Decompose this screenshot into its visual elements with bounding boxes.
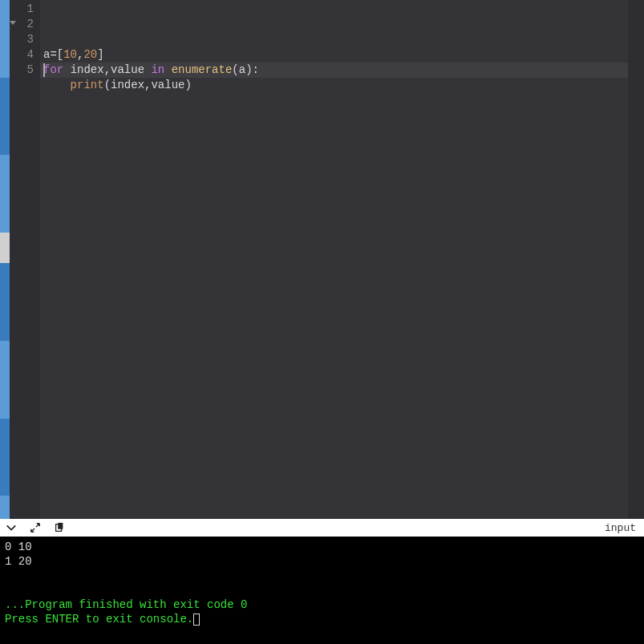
code-line[interactable]: print(index,value): [43, 78, 625, 93]
left-activity-bar[interactable]: [0, 0, 10, 519]
console-prompt: Press ENTER to exit console.: [5, 612, 193, 626]
console-output[interactable]: 0 10 1 20 ...Program finished with exit …: [0, 537, 644, 644]
app-root: 12345 a=[10,20]for index,value in enumer…: [0, 0, 644, 644]
toolbar-input-label[interactable]: input: [605, 522, 639, 534]
code-line[interactable]: [43, 93, 625, 108]
line-number: 4: [11, 47, 34, 63]
chevron-down-icon[interactable]: [5, 521, 18, 534]
line-number-gutter: 12345: [10, 0, 40, 519]
right-gutter: [628, 0, 644, 519]
copy-icon[interactable]: [53, 521, 66, 534]
line-number: 1: [11, 2, 34, 17]
code-line[interactable]: a=[10,20]: [43, 47, 625, 63]
fold-marker-icon[interactable]: [10, 21, 16, 25]
console-exit-message: ...Program finished with exit code 0: [5, 597, 247, 612]
svg-rect-1: [58, 523, 63, 529]
code-editor[interactable]: a=[10,20]for index,value in enumerate(a)…: [40, 0, 628, 519]
console-toolbar: input: [0, 519, 644, 537]
expand-icon[interactable]: [29, 521, 42, 534]
console-stdout: 0 10 1 20: [5, 541, 32, 568]
code-line[interactable]: [43, 108, 625, 124]
console-cursor: [193, 614, 200, 626]
editor-cursor: [43, 63, 45, 77]
line-number: 3: [11, 32, 34, 47]
editor-area: 12345 a=[10,20]for index,value in enumer…: [0, 0, 644, 519]
line-number: 5: [11, 63, 34, 78]
line-number: 2: [11, 17, 34, 32]
